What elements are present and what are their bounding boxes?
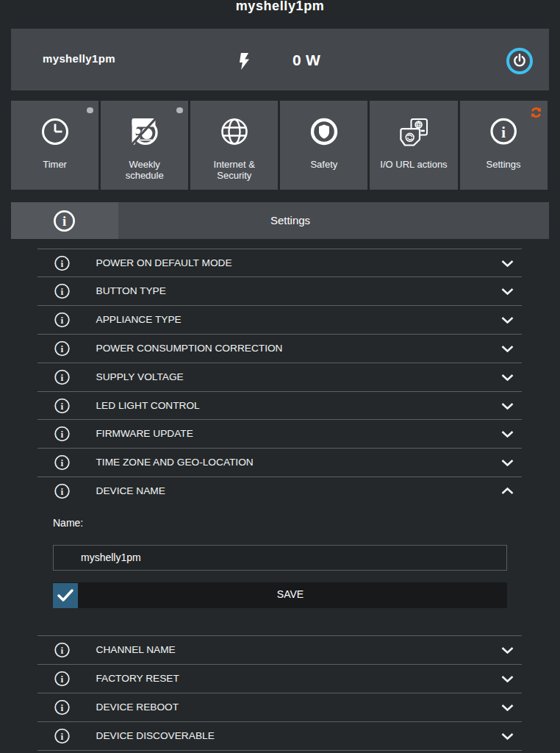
svg-text:i: i [61, 429, 64, 440]
svg-text:i: i [61, 315, 64, 326]
svg-text:i: i [61, 674, 64, 685]
svg-text:i: i [61, 257, 64, 268]
svg-text:i: i [61, 702, 64, 713]
svg-text:i: i [61, 400, 64, 411]
svg-text:i: i [61, 486, 64, 497]
svg-text:i: i [61, 645, 64, 656]
svg-text:i: i [61, 286, 64, 297]
svg-text:i: i [501, 124, 506, 140]
svg-text:i: i [61, 731, 64, 742]
svg-text:i: i [61, 457, 64, 468]
svg-text:i: i [61, 371, 64, 382]
svg-text:i: i [61, 343, 64, 354]
